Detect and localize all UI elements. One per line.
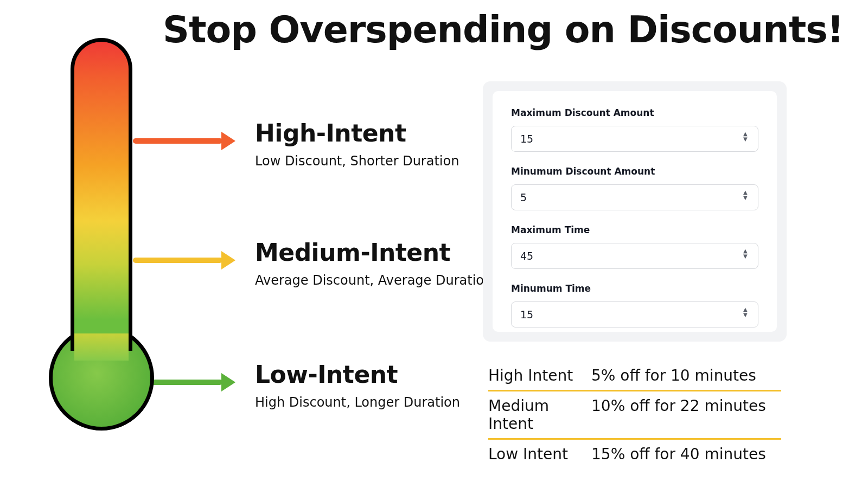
label-min-time: Minumum Time xyxy=(511,283,758,294)
thermometer-join xyxy=(74,333,129,361)
input-max-discount[interactable] xyxy=(511,126,758,152)
arrow-high-icon xyxy=(133,138,222,144)
field-max-time: Maximum Time ▲▼ xyxy=(511,224,758,269)
result-medium-label: Medium Intent xyxy=(488,397,591,433)
result-medium-value: 10% off for 22 minutes xyxy=(591,397,781,433)
callout-low: Low-Intent High Discount, Longer Duratio… xyxy=(255,361,460,410)
settings-card-inner: Maximum Discount Amount ▲▼ Minumum Disco… xyxy=(493,91,777,332)
field-min-time: Minumum Time ▲▼ xyxy=(511,283,758,328)
stepper-icon[interactable]: ▲▼ xyxy=(743,249,752,259)
callout-medium-heading: Medium-Intent xyxy=(255,239,492,266)
callout-medium: Medium-Intent Average Discount, Average … xyxy=(255,239,492,288)
result-high-value: 5% off for 10 minutes xyxy=(591,367,781,384)
callout-medium-sub: Average Discount, Average Duration xyxy=(255,273,492,288)
page-title: Stop Overspending on Discounts! xyxy=(163,8,844,51)
thermometer-tube xyxy=(71,38,132,351)
table-row: Medium Intent 10% off for 22 minutes xyxy=(488,391,781,438)
results-table: High Intent 5% off for 10 minutes Medium… xyxy=(488,361,781,468)
field-max-discount: Maximum Discount Amount ▲▼ xyxy=(511,107,758,152)
callout-high-heading: High-Intent xyxy=(255,119,459,147)
table-row: High Intent 5% off for 10 minutes xyxy=(488,361,781,390)
label-max-time: Maximum Time xyxy=(511,224,758,235)
label-min-discount: Minumum Discount Amount xyxy=(511,166,758,177)
result-low-label: Low Intent xyxy=(488,445,591,463)
callout-low-sub: High Discount, Longer Duration xyxy=(255,395,460,410)
thermometer-graphic xyxy=(43,38,152,428)
label-max-discount: Maximum Discount Amount xyxy=(511,107,758,118)
field-min-discount: Minumum Discount Amount ▲▼ xyxy=(511,166,758,210)
input-min-time[interactable] xyxy=(511,301,758,328)
callout-low-heading: Low-Intent xyxy=(255,361,460,388)
callout-high-sub: Low Discount, Shorter Duration xyxy=(255,153,459,169)
stepper-icon[interactable]: ▲▼ xyxy=(743,132,752,142)
table-row: Low Intent 15% off for 40 minutes xyxy=(488,440,781,468)
stepper-icon[interactable]: ▲▼ xyxy=(743,190,752,200)
result-high-label: High Intent xyxy=(488,367,591,384)
arrow-medium-icon xyxy=(133,258,222,263)
arrow-low-icon xyxy=(149,380,222,385)
result-low-value: 15% off for 40 minutes xyxy=(591,445,781,463)
callout-high: High-Intent Low Discount, Shorter Durati… xyxy=(255,119,459,169)
settings-card: Maximum Discount Amount ▲▼ Minumum Disco… xyxy=(483,81,787,342)
input-max-time[interactable] xyxy=(511,243,758,269)
input-min-discount[interactable] xyxy=(511,184,758,210)
stepper-icon[interactable]: ▲▼ xyxy=(743,307,752,317)
